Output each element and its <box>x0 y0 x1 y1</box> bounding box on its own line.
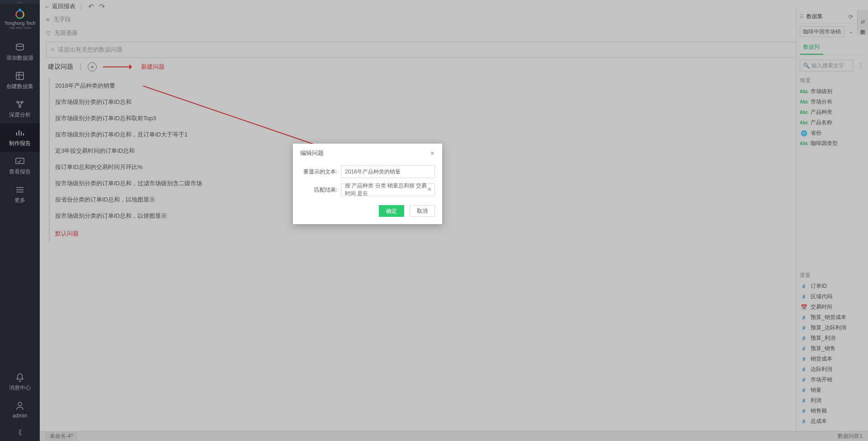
field-bar: ≡ 无字段 <box>40 13 868 26</box>
svg-rect-5 <box>16 158 24 164</box>
status-tab[interactable]: 未命名-4* <box>45 431 77 441</box>
number-type-icon: # <box>800 314 808 321</box>
suggested-item[interactable]: 按市场级别分类的订单ID总和 <box>50 94 364 110</box>
annotation-arrow-icon <box>103 65 135 69</box>
logo-text: Yonghong Tech <box>5 21 35 26</box>
search-icon: 🔍 <box>803 62 810 69</box>
back-to-report-button[interactable]: ← 返回报表 <box>44 2 75 10</box>
meas-field[interactable]: #销量 <box>796 385 868 395</box>
meas-field[interactable]: #边际利润 <box>796 364 868 375</box>
meas-field[interactable]: #利润 <box>796 395 868 406</box>
meas-field[interactable]: #区域代码 <box>796 291 868 302</box>
meas-field[interactable]: #总成本 <box>796 416 868 427</box>
nav-create-dataset[interactable]: 创建数据集 <box>0 66 40 95</box>
ask-input[interactable]: ⌗ 请提出有关您的数据问题 <box>46 42 862 58</box>
no-filter-label: 无筛选器 <box>54 29 78 37</box>
no-field-label: 无字段 <box>53 15 71 23</box>
date-type-icon: 📅 <box>800 304 808 310</box>
text-type-icon: Abc <box>800 120 808 125</box>
geo-type-icon: 🌐 <box>800 130 808 136</box>
edit-question-dialog: 编辑问题 ✕ 要显示的文本: 2016年产品种类的销量 匹配结果: 按 产品种类… <box>293 144 442 224</box>
text-type-icon: Abc <box>800 110 808 115</box>
suggested-item[interactable]: 按市场级别分类的订单ID总和取前Top3 <box>50 110 364 127</box>
workspace: ← 返回报表 ↶ ↷ ≡ 无字段 ▽ 无筛选器 ⌗ 请提出有关您的数据问题 建议… <box>40 0 868 441</box>
svg-point-0 <box>16 44 24 47</box>
measures-header: 度量 <box>796 268 868 281</box>
number-type-icon: # <box>800 356 808 362</box>
svg-point-3 <box>21 101 23 103</box>
display-text-input[interactable]: 2016年产品种类的销量 <box>341 165 435 178</box>
suggested-title: 建议问题 <box>48 63 73 71</box>
ok-button[interactable]: 确定 <box>379 205 404 217</box>
meas-field[interactable]: #销货成本 <box>796 354 868 364</box>
right-panel: ⠿ 数据集 ⟳ ☁ 咖啡中国市场销 ⌄ ✎ 数据列 🔍 输入搜索文字 ⋮ 维度 … <box>796 10 868 430</box>
chevron-down-icon[interactable]: ⌄ <box>847 28 854 35</box>
fields-icon: ≡ <box>46 16 50 23</box>
meas-field[interactable]: #预算_销售 <box>796 343 868 354</box>
svg-point-6 <box>18 402 22 406</box>
dataset-icon <box>15 71 25 81</box>
nav-messages[interactable]: 消息中心 <box>0 368 40 396</box>
default-question-annotation: 默认问题 <box>50 224 364 242</box>
meas-field[interactable]: #预算_利润 <box>796 333 868 343</box>
suggested-item[interactable]: 2016年产品种类的销量 <box>50 78 364 94</box>
svg-rect-1 <box>16 72 24 80</box>
logo-subtext: Talk with Data <box>9 26 31 30</box>
nav-user[interactable]: admin <box>0 396 40 423</box>
text-type-icon: Abc <box>800 99 808 104</box>
nav-deep-analysis[interactable]: 深度分析 <box>0 95 40 123</box>
nav-make-report[interactable]: 制作报告 <box>0 123 40 152</box>
tab-data-columns[interactable]: 数据列 <box>800 41 823 55</box>
suggested-item[interactable]: 按市场级别分类的订单ID总和，且订单ID大于等于1 <box>50 127 364 143</box>
clear-input-icon[interactable]: ✕ <box>427 186 432 192</box>
text-type-icon: Abc <box>800 89 808 94</box>
field-search-input[interactable]: 🔍 输入搜索文字 <box>800 60 854 71</box>
close-icon[interactable]: ✕ <box>430 150 435 157</box>
add-question-button[interactable]: + <box>88 62 97 71</box>
number-type-icon: # <box>800 377 808 383</box>
cancel-button[interactable]: 取消 <box>410 205 435 217</box>
match-result-label: 匹配结果: <box>300 186 337 194</box>
logo-ring-icon <box>15 10 24 19</box>
number-type-icon: # <box>800 418 808 425</box>
number-type-icon: # <box>800 366 808 373</box>
right-edge-data-button[interactable]: ⇄ 数据 <box>857 10 868 34</box>
meas-field[interactable]: #预算_边际利润 <box>796 323 868 333</box>
filter-bar: ▽ 无筛选器 <box>40 26 868 40</box>
rpanel-title: 数据集 <box>807 13 844 20</box>
dim-field[interactable]: Abc产品名称 <box>796 117 868 128</box>
redo-icon[interactable]: ↷ <box>98 2 106 10</box>
undo-icon[interactable]: ↶ <box>87 2 95 10</box>
nav-more[interactable]: 更多 <box>0 180 40 209</box>
number-type-icon: # <box>800 294 808 300</box>
more-vert-icon[interactable]: ⋮ <box>857 62 864 69</box>
dataset-select[interactable]: 咖啡中国市场销 <box>800 26 844 37</box>
rail-collapse-icon[interactable]: ⟪ <box>0 423 40 441</box>
view-icon <box>15 156 25 166</box>
display-text-label: 要显示的文本: <box>300 168 337 176</box>
dimensions-header: 维度 <box>796 73 868 86</box>
nav-view-report[interactable]: 查看报告 <box>0 152 40 180</box>
user-icon <box>15 401 25 411</box>
meas-field[interactable]: #市场开销 <box>796 375 868 385</box>
match-result-input[interactable]: 按 产品种类 分类 销量总和按 交易时间 是在 ✕ <box>341 183 435 196</box>
ask-placeholder: 请提出有关您的数据问题 <box>58 46 123 54</box>
collapse-rail-icon[interactable]: ︿ <box>0 0 40 4</box>
dim-field[interactable]: Abc市场级别 <box>796 86 868 97</box>
status-bar: 未命名-4* 数据问答1 <box>40 431 868 441</box>
number-type-icon: # <box>800 346 808 352</box>
refresh-icon[interactable]: ⟳ <box>847 13 854 20</box>
dim-field[interactable]: 🌐省份 <box>796 128 868 138</box>
swap-icon: ⇄ <box>861 19 865 25</box>
meas-field[interactable]: 📅交易时间 <box>796 302 868 312</box>
dim-field[interactable]: Abc咖啡因类型 <box>796 138 868 149</box>
status-right-label: 数据问答1 <box>838 432 863 440</box>
grip-icon[interactable]: ⠿ <box>800 14 804 20</box>
dim-field[interactable]: Abc市场分布 <box>796 97 868 107</box>
meas-field[interactable]: #订单ID <box>796 281 868 291</box>
number-type-icon: # <box>800 387 808 394</box>
meas-field[interactable]: #销售额 <box>796 406 868 416</box>
meas-field[interactable]: #预算_销货成本 <box>796 312 868 323</box>
dim-field[interactable]: Abc产品种类 <box>796 107 868 117</box>
nav-add-datasource[interactable]: 添加数据源 <box>0 38 40 66</box>
